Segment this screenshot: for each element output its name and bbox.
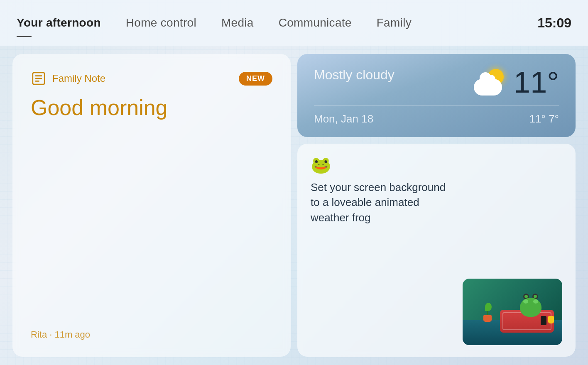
family-note-header: Family Note NEW: [31, 71, 272, 86]
nav-item-media[interactable]: Media: [221, 16, 254, 29]
right-panel: Mostly cloudy 11° Mon, Jan 18 11° 7° 🐸 S: [297, 54, 576, 357]
plant-decoration: [483, 303, 492, 322]
clock: 15:09: [537, 15, 571, 31]
mat-accessories: [541, 316, 554, 325]
cloud-sun-icon: [474, 69, 507, 96]
nav-item-communicate[interactable]: Communicate: [279, 16, 352, 29]
note-author: Rita · 11m ago: [31, 329, 272, 340]
note-message: Good morning: [31, 95, 272, 329]
new-badge: NEW: [239, 72, 272, 86]
navbar: Your afternoon Home control Media Commun…: [0, 0, 588, 46]
plant-pot: [483, 315, 492, 322]
nav-item-home-control[interactable]: Home control: [126, 16, 196, 29]
weather-divider: [314, 105, 559, 106]
weather-top: Mostly cloudy 11°: [314, 67, 559, 97]
frog-main-body: [520, 298, 541, 317]
weather-range: 11° 7°: [529, 113, 559, 125]
frog-promo-text: Set your screen background to a loveable…: [311, 180, 454, 225]
cloud-icon: [474, 79, 502, 96]
drink-item: [548, 316, 554, 323]
weather-temp-icon: 11°: [474, 67, 559, 97]
frog-emoji-icon: 🐸: [311, 155, 454, 175]
weather-condition: Mostly cloudy: [314, 67, 394, 83]
phone-item: [541, 316, 546, 325]
frog-character: [520, 298, 541, 317]
note-icon: [31, 71, 47, 86]
nav-item-family[interactable]: Family: [377, 16, 412, 29]
frog-image: [463, 279, 562, 345]
frog-promo-card[interactable]: 🐸 Set your screen background to a loveab…: [297, 144, 576, 357]
weather-card[interactable]: Mostly cloudy 11° Mon, Jan 18 11° 7°: [297, 54, 576, 137]
plant-leaf: [485, 303, 492, 311]
weather-temperature: 11°: [514, 67, 559, 97]
frog-promo-content: 🐸 Set your screen background to a loveab…: [311, 155, 463, 225]
main-content: Family Note NEW Good morning Rita · 11m …: [0, 46, 588, 365]
weather-date: Mon, Jan 18: [314, 113, 373, 125]
family-note-card[interactable]: Family Note NEW Good morning Rita · 11m …: [12, 54, 291, 357]
nav-item-your-afternoon[interactable]: Your afternoon: [17, 16, 101, 29]
weather-date-row: Mon, Jan 18 11° 7°: [314, 113, 559, 125]
family-note-label: Family Note: [52, 73, 233, 84]
